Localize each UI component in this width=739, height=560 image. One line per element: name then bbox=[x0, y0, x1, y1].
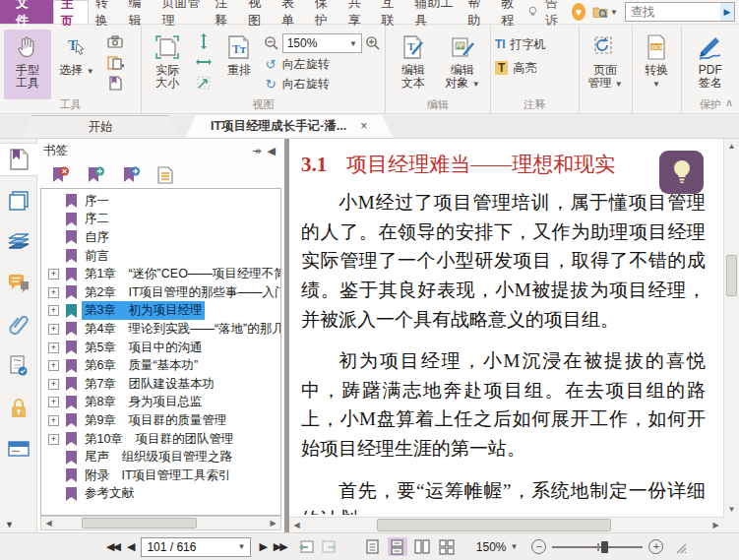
continuous-facing-mode-icon[interactable] bbox=[437, 537, 457, 556]
next-view-icon[interactable] bbox=[321, 539, 338, 554]
bookmark-item[interactable]: + 第6章 质量“基本功” bbox=[41, 356, 280, 375]
last-page-icon[interactable]: ▶▶ bbox=[274, 540, 286, 553]
scroll-thumb[interactable] bbox=[377, 519, 611, 531]
scroll-thumb[interactable] bbox=[82, 518, 197, 529]
zoom-in-icon[interactable]: + bbox=[648, 539, 663, 554]
edit-object-button[interactable]: 编辑对象 ▼ bbox=[439, 30, 486, 99]
bookmark-item[interactable]: 附录 IT项目管理工具索引 bbox=[41, 467, 280, 485]
delete-bookmark-icon[interactable] bbox=[51, 166, 70, 184]
bookmark-item[interactable]: + 第9章 项目群的质量管理 bbox=[41, 411, 280, 430]
menu-tab[interactable]: 页面管理 bbox=[154, 0, 208, 24]
scroll-right-icon[interactable]: ▶ bbox=[266, 519, 280, 528]
scroll-down-icon[interactable]: ▼ bbox=[724, 502, 739, 517]
fit-page-icon[interactable] bbox=[195, 33, 213, 49]
heart-icon[interactable]: ♥ bbox=[572, 3, 585, 21]
bookmark-item[interactable]: 尾声 组织级项目管理之路 bbox=[41, 448, 280, 467]
previous-page-icon[interactable]: ◀ bbox=[127, 540, 133, 553]
menu-tab[interactable]: 视图 bbox=[241, 0, 275, 24]
fit-visible-icon[interactable] bbox=[195, 75, 213, 91]
tree-expander-icon[interactable]: + bbox=[48, 360, 59, 371]
add-bookmark-icon[interactable] bbox=[87, 166, 105, 184]
zoom-level-control[interactable]: 150% ▼ bbox=[476, 540, 519, 554]
scroll-left-icon[interactable]: ◀ bbox=[289, 521, 304, 529]
lightbulb-icon[interactable] bbox=[527, 4, 538, 20]
tree-expander-icon[interactable]: + bbox=[48, 324, 59, 335]
rotate-right-button[interactable]: ↻向右旋转 bbox=[264, 76, 381, 93]
zoom-slider-handle[interactable] bbox=[601, 541, 608, 553]
snapshot-icon[interactable] bbox=[106, 33, 124, 49]
menu-tab[interactable]: 表单 bbox=[275, 0, 308, 24]
bookmarks-hscrollbar[interactable]: ◀ ▶ bbox=[40, 516, 281, 530]
document-area[interactable]: 3.1 项目经理难当——理想和现实 小M经过了项目管理培训，属于懂项目管理的人了… bbox=[289, 139, 739, 532]
search-folder-icon[interactable]: ▼ bbox=[592, 5, 618, 19]
panel-tab-attachments[interactable] bbox=[0, 308, 37, 342]
reflow-button[interactable]: Tт 重排 bbox=[217, 30, 262, 99]
highlight-button[interactable]: T高亮 bbox=[495, 57, 575, 79]
continuous-mode-icon[interactable] bbox=[388, 537, 407, 556]
panel-tab-comments[interactable] bbox=[0, 267, 37, 300]
tree-expander-icon[interactable]: + bbox=[48, 305, 59, 316]
panel-tab-signatures[interactable] bbox=[0, 349, 37, 383]
tree-expander-icon[interactable]: + bbox=[48, 434, 59, 445]
zoom-in-icon[interactable] bbox=[365, 35, 381, 51]
next-page-icon[interactable]: ▶ bbox=[259, 540, 265, 553]
typewriter-button[interactable]: TI打字机 bbox=[495, 33, 575, 55]
bookmark-item[interactable]: 参考文献 bbox=[41, 485, 280, 504]
menu-tab[interactable]: 主页 bbox=[53, 0, 89, 24]
bookmark-item[interactable]: 序二 bbox=[41, 211, 280, 229]
actual-size-button[interactable]: 实际大小 bbox=[146, 30, 190, 99]
zoom-out-icon[interactable]: − bbox=[531, 539, 546, 554]
bookmark-item[interactable]: + 第7章 团队建设基本功 bbox=[41, 375, 280, 394]
bookmark-item[interactable]: + 第3章 初为项目经理 bbox=[41, 302, 280, 321]
bookmark-item[interactable]: 序一 bbox=[41, 192, 280, 211]
bookmark-item[interactable]: 自序 bbox=[41, 228, 280, 247]
menu-tab[interactable]: 互联 bbox=[375, 0, 408, 24]
menu-tab[interactable]: 注释 bbox=[208, 0, 241, 24]
tab-start[interactable]: 开始 bbox=[22, 115, 179, 138]
tree-expander-icon[interactable]: + bbox=[48, 342, 59, 353]
file-menu-button[interactable]: 文件 bbox=[0, 0, 53, 24]
page-management-button[interactable]: 页面管理 ▼ bbox=[584, 30, 628, 99]
zoom-out-icon[interactable] bbox=[264, 35, 279, 51]
bookmark-item[interactable]: 前言 bbox=[41, 247, 280, 266]
bookmark-item[interactable]: + 第5章 项目中的沟通 bbox=[41, 339, 280, 357]
bookmark-item[interactable]: + 第2章 IT项目管理的那些事——入门知 bbox=[41, 283, 280, 302]
clipboard-icon[interactable]: ▾ bbox=[106, 54, 124, 70]
bookmark-item[interactable]: + 第1章 “迷你”CEO——项目经理不简单 bbox=[41, 265, 280, 283]
scroll-up-icon[interactable]: ▲ bbox=[724, 139, 739, 154]
rotate-left-button[interactable]: ↺向左旋转 bbox=[264, 56, 381, 73]
menu-tab[interactable]: 教程 bbox=[494, 0, 527, 24]
bookmark-item[interactable]: + 第8章 身为项目总监 bbox=[41, 394, 280, 412]
tree-expander-icon[interactable]: + bbox=[48, 287, 59, 298]
resize-grip[interactable] bbox=[673, 540, 687, 554]
page-number-box[interactable]: 101 / 616 ▼ bbox=[141, 537, 251, 557]
panel-tab-fields[interactable] bbox=[0, 432, 37, 466]
edit-text-button[interactable]: T 编辑文本 bbox=[390, 30, 437, 99]
hand-tool-button[interactable]: 手型工具 bbox=[4, 30, 51, 99]
previous-view-icon[interactable] bbox=[298, 539, 315, 554]
zoom-level-dropdown[interactable]: 150%▼ bbox=[282, 33, 362, 53]
ribbon-collapse-icon[interactable]: ∧ bbox=[725, 96, 733, 109]
menu-tab[interactable]: 编辑 bbox=[122, 0, 155, 24]
first-page-icon[interactable]: ◀◀ bbox=[106, 540, 119, 553]
tree-expander-icon[interactable]: + bbox=[48, 379, 59, 390]
convert-button[interactable]: OCR 转换▼ bbox=[637, 30, 677, 99]
fit-width-icon[interactable] bbox=[195, 54, 213, 70]
bookmark-item[interactable]: + 第10章 项目群的团队管理 bbox=[41, 430, 280, 449]
expand-bookmarks-icon[interactable] bbox=[157, 166, 173, 184]
panel-tab-bookmarks[interactable] bbox=[0, 143, 37, 176]
panel-tab-pages[interactable] bbox=[0, 184, 37, 218]
facing-mode-icon[interactable] bbox=[412, 537, 432, 556]
zoom-slider-track[interactable] bbox=[552, 546, 643, 548]
tree-expander-icon[interactable]: + bbox=[48, 415, 59, 426]
single-page-mode-icon[interactable] bbox=[363, 537, 383, 556]
panel-more-icon[interactable]: ▼ bbox=[5, 520, 14, 529]
find-go-button[interactable]: ▶ bbox=[720, 3, 734, 21]
tab-document[interactable]: IT项目经理成长手记-潘...× bbox=[185, 115, 393, 138]
scroll-right-icon[interactable]: ▶ bbox=[708, 521, 723, 529]
tree-expander-icon[interactable]: + bbox=[48, 269, 59, 280]
panel-collapse-icon[interactable]: ◀ bbox=[265, 145, 278, 157]
pdf-sign-button[interactable]: PDF签名 bbox=[687, 30, 734, 99]
menu-tab[interactable]: 共享 bbox=[341, 0, 375, 24]
tree-expander-icon[interactable]: + bbox=[48, 397, 59, 407]
